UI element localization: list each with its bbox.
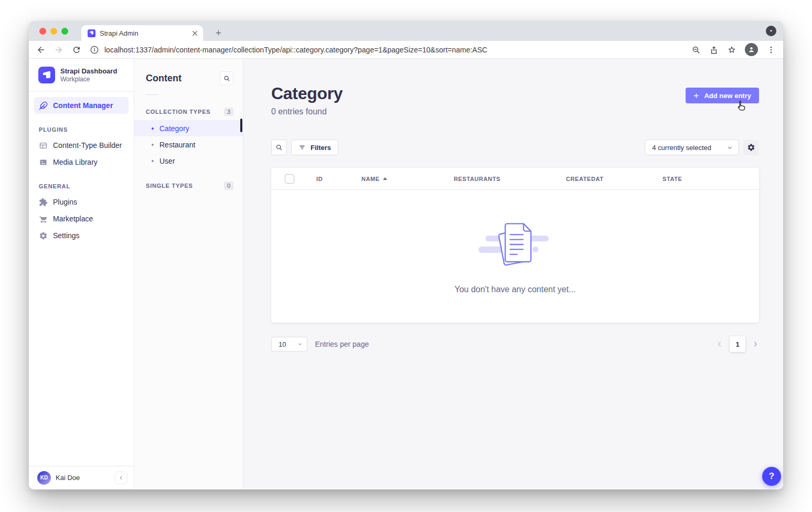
table-search-button[interactable] bbox=[271, 140, 287, 155]
sidebar-item-label: Content-Type Builder bbox=[53, 141, 122, 150]
filters-label: Filters bbox=[311, 144, 331, 152]
subnav-title: Content bbox=[146, 73, 181, 84]
empty-documents-illustration bbox=[475, 219, 555, 270]
entries-table: ID NAME RESTAURANTS CREATEDAT STATE bbox=[271, 168, 759, 323]
sidebar-section-general: GENERAL bbox=[29, 170, 134, 194]
page-title: Category bbox=[271, 84, 343, 103]
subnav-search-button[interactable] bbox=[220, 71, 233, 85]
sidebar-item-marketplace[interactable]: Marketplace bbox=[34, 210, 129, 227]
workspace-name: Workplace bbox=[60, 76, 117, 83]
chevron-down-icon bbox=[297, 342, 303, 347]
minimize-window-button[interactable] bbox=[50, 28, 57, 35]
subnav-item-restaurant[interactable]: Restaurant bbox=[134, 136, 243, 153]
next-page-icon[interactable] bbox=[752, 340, 759, 348]
help-button[interactable]: ? bbox=[762, 467, 781, 486]
chevron-left-icon bbox=[119, 475, 124, 481]
strapi-logo-icon bbox=[38, 67, 55, 83]
puzzle-icon bbox=[39, 198, 48, 207]
entries-count: 0 entries found bbox=[271, 107, 343, 116]
site-info-icon[interactable] bbox=[90, 45, 99, 55]
main-sidebar: Strapi Dashboard Workplace Content Manag… bbox=[29, 59, 134, 489]
search-icon bbox=[223, 75, 230, 82]
entries-per-page-label: Entries per page bbox=[315, 340, 369, 348]
url-text[interactable]: localhost:1337/admin/content-manager/col… bbox=[104, 46, 487, 54]
sidebar-item-label: Content Manager bbox=[53, 101, 113, 110]
column-header-restaurants[interactable]: RESTAURANTS bbox=[454, 176, 566, 182]
current-page-button[interactable]: 1 bbox=[730, 336, 745, 352]
zoom-window-button[interactable] bbox=[61, 28, 68, 35]
bullet-icon bbox=[152, 127, 154, 130]
subnav-item-label: Restaurant bbox=[159, 141, 195, 149]
sidebar-divider bbox=[29, 91, 134, 92]
columns-select[interactable]: 4 currently selected bbox=[645, 140, 739, 155]
browser-profile-avatar[interactable] bbox=[745, 43, 758, 56]
columns-select-value: 4 currently selected bbox=[652, 144, 711, 152]
column-header-state[interactable]: STATE bbox=[663, 176, 759, 182]
previous-page-icon[interactable] bbox=[716, 340, 723, 348]
zoom-icon[interactable] bbox=[691, 45, 701, 55]
address-bar[interactable]: localhost:1337/admin/content-manager/col… bbox=[90, 45, 683, 55]
chevron-down-icon bbox=[727, 145, 733, 151]
tab-search-button[interactable] bbox=[766, 26, 776, 36]
add-new-entry-button[interactable]: Add new entry bbox=[686, 88, 759, 103]
page-size-value: 10 bbox=[272, 337, 293, 351]
layout-icon bbox=[39, 141, 48, 150]
back-button[interactable] bbox=[36, 45, 46, 55]
subnav-item-user[interactable]: User bbox=[134, 153, 243, 169]
single-types-count-badge: 0 bbox=[224, 182, 233, 190]
subnav-scrollbar[interactable] bbox=[240, 119, 242, 132]
tab-title: Strapi Admin bbox=[100, 29, 187, 37]
workspace-switcher[interactable]: Strapi Dashboard Workplace bbox=[29, 59, 134, 90]
content-subnav: Content COLLECTION TYPES 3 Category Rest… bbox=[134, 59, 243, 489]
main-content: Category 0 entries found Add new entry F… bbox=[243, 59, 783, 489]
bullet-icon bbox=[152, 160, 154, 162]
sidebar-item-label: Plugins bbox=[53, 198, 77, 206]
select-all-checkbox[interactable] bbox=[285, 174, 294, 184]
traffic-lights bbox=[39, 28, 68, 35]
sidebar-item-label: Media Library bbox=[53, 158, 98, 166]
browser-menu-icon[interactable] bbox=[766, 45, 776, 55]
search-icon bbox=[275, 144, 283, 151]
sidebar-item-content-type-builder[interactable]: Content-Type Builder bbox=[34, 137, 129, 154]
empty-state-text: You don't have any content yet... bbox=[454, 285, 575, 294]
gear-icon bbox=[747, 143, 755, 152]
sidebar-item-plugins[interactable]: Plugins bbox=[34, 194, 129, 210]
page-size-select[interactable]: 10 bbox=[271, 337, 307, 351]
bullet-icon bbox=[152, 144, 154, 146]
forward-button[interactable] bbox=[54, 45, 63, 55]
table-header-row: ID NAME RESTAURANTS CREATEDAT STATE bbox=[271, 168, 759, 190]
tab-strip: Strapi Admin bbox=[29, 21, 783, 41]
sort-ascending-icon bbox=[383, 177, 387, 180]
strapi-app: Strapi Dashboard Workplace Content Manag… bbox=[29, 59, 783, 489]
bookmark-star-icon[interactable] bbox=[727, 45, 736, 55]
user-avatar[interactable]: KD bbox=[37, 471, 51, 485]
app-name: Strapi Dashboard bbox=[60, 67, 117, 76]
gear-icon bbox=[39, 231, 48, 240]
filters-button[interactable]: Filters bbox=[291, 140, 338, 155]
sidebar-section-plugins: PLUGINS bbox=[29, 114, 134, 137]
feather-pen-icon bbox=[39, 101, 48, 110]
image-icon bbox=[39, 158, 48, 167]
column-header-createdat[interactable]: CREATEDAT bbox=[566, 176, 663, 182]
column-header-name[interactable]: NAME bbox=[361, 176, 454, 182]
reload-button[interactable] bbox=[72, 45, 81, 55]
subnav-item-label: User bbox=[159, 157, 175, 165]
close-window-button[interactable] bbox=[39, 28, 46, 35]
table-settings-button[interactable] bbox=[743, 140, 759, 155]
collection-types-header: COLLECTION TYPES bbox=[146, 109, 210, 115]
sidebar-item-content-manager[interactable]: Content Manager bbox=[34, 97, 129, 114]
browser-tab[interactable]: Strapi Admin bbox=[81, 25, 203, 41]
browser-toolbar: localhost:1337/admin/content-manager/col… bbox=[29, 41, 783, 59]
user-name: Kai Doe bbox=[56, 474, 110, 482]
sidebar-item-settings[interactable]: Settings bbox=[34, 227, 129, 244]
collapse-sidebar-button[interactable] bbox=[115, 472, 127, 484]
new-tab-button[interactable] bbox=[211, 26, 225, 39]
sidebar-item-label: Marketplace bbox=[53, 215, 93, 223]
sidebar-item-label: Settings bbox=[53, 231, 80, 240]
pagination-bar: 10 Entries per page 1 bbox=[271, 336, 759, 352]
subnav-item-category[interactable]: Category bbox=[134, 120, 243, 136]
sidebar-item-media-library[interactable]: Media Library bbox=[34, 154, 129, 170]
column-header-id[interactable]: ID bbox=[316, 176, 361, 182]
close-tab-icon[interactable] bbox=[191, 29, 199, 37]
share-icon[interactable] bbox=[709, 45, 719, 55]
